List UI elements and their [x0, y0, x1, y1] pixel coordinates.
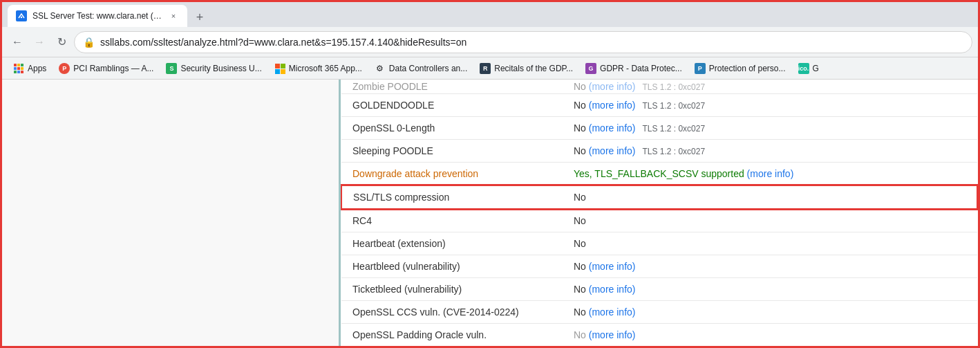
row-label: OpenSSL 0-Length: [341, 116, 563, 139]
row-value: No (more info) TLS 1.2 : 0xc027: [563, 116, 977, 139]
more-info-link[interactable]: (more info): [589, 306, 636, 318]
recitals-favicon: R: [480, 63, 491, 74]
row-value: Yes, TLS_FALLBACK_SCSV supported (more i…: [563, 162, 977, 185]
bookmark-recitals[interactable]: R Recitals of the GDP...: [474, 61, 578, 76]
lock-icon: 🔒: [83, 37, 95, 48]
main-content: Zombie POODLE No (more info) TLS 1.2 : 0…: [2, 80, 978, 346]
bookmarks-bar: Apps P PCI Ramblings — A... S Security B…: [2, 57, 978, 80]
bookmark-data-ctrl-label: Data Controllers an...: [389, 64, 467, 73]
svg-rect-7: [21, 67, 23, 70]
nav-bar: ← → ↻ 🔒 ssllabs.com/ssltest/analyze.html…: [2, 27, 978, 57]
table-row: Zombie POODLE No (more info) TLS 1.2 : 0…: [341, 80, 977, 93]
tab-title: SSL Server Test: www.clara.net (P...: [32, 11, 162, 21]
svg-rect-11: [275, 64, 280, 68]
tab-close-button[interactable]: ×: [168, 10, 179, 21]
row-label: OpenSSL CCS vuln. (CVE-2014-0224): [341, 300, 563, 323]
row-label: Heartbeat (extension): [341, 232, 563, 255]
tab-favicon: [16, 10, 27, 21]
pci-favicon: P: [59, 63, 70, 74]
row-value: No (more info): [563, 300, 977, 323]
bookmark-apps-label: Apps: [28, 64, 46, 73]
more-info-link[interactable]: (more info): [589, 100, 636, 111]
address-url: ssllabs.com/ssltest/analyze.html?d=www.c…: [100, 37, 467, 48]
table-row: RC4 No: [341, 209, 977, 232]
svg-rect-9: [17, 71, 20, 73]
svg-rect-3: [17, 64, 20, 66]
row-label: Zombie POODLE: [341, 80, 563, 93]
bookmark-microsoft[interactable]: Microsoft 365 App...: [269, 61, 368, 76]
table-row: OpenSSL 0-Length No (more info) TLS 1.2 …: [341, 116, 977, 139]
more-info-link[interactable]: (more info): [747, 168, 794, 179]
new-tab-button[interactable]: +: [190, 8, 209, 27]
more-info-link[interactable]: (more info): [589, 81, 636, 92]
row-value: No (more info): [563, 323, 977, 346]
table-row: OpenSSL Padding Oracle vuln. No (more in…: [341, 323, 977, 346]
svg-rect-8: [14, 71, 17, 73]
tab-bar: SSL Server Test: www.clara.net (P... × +: [2, 2, 978, 27]
svg-rect-5: [14, 67, 17, 70]
row-label: OpenSSL Padding Oracle vuln.: [341, 323, 563, 346]
svg-rect-2: [14, 64, 17, 66]
bookmark-protection[interactable]: P Protection of perso...: [689, 61, 791, 76]
bookmark-pci[interactable]: P PCI Ramblings — A...: [53, 61, 159, 76]
table-row: Heartbleed (vulnerability) No (more info…: [341, 255, 977, 277]
row-label: Heartbleed (vulnerability): [341, 255, 563, 277]
row-value: No (more info): [563, 255, 977, 277]
apps-grid-icon: [13, 63, 24, 74]
active-tab[interactable]: SSL Server Test: www.clara.net (P... ×: [8, 5, 187, 27]
forward-button[interactable]: →: [30, 33, 49, 52]
gdpr-favicon: G: [585, 63, 596, 74]
more-info-link[interactable]: (more info): [589, 122, 636, 134]
row-value: No: [563, 185, 977, 209]
svg-rect-14: [281, 69, 285, 74]
svg-rect-12: [281, 64, 285, 68]
row-label: Sleeping POODLE: [341, 139, 563, 162]
row-label: RC4: [341, 209, 563, 232]
more-info-link[interactable]: (more info): [589, 145, 636, 156]
vulnerability-table: Zombie POODLE No (more info) TLS 1.2 : 0…: [341, 80, 978, 346]
svg-rect-13: [275, 69, 280, 74]
row-value: No: [563, 232, 977, 255]
data-ctrl-favicon: ⚙: [375, 63, 386, 74]
table-row-ssl-tls: SSL/TLS compression No: [341, 185, 977, 209]
bookmark-data-ctrl[interactable]: ⚙ Data Controllers an...: [369, 61, 473, 76]
address-bar[interactable]: 🔒 ssllabs.com/ssltest/analyze.html?d=www…: [74, 31, 972, 53]
row-value: No (more info) TLS 1.2 : 0xc027: [563, 139, 977, 162]
bookmark-security-label: Security Business U...: [180, 64, 261, 73]
bookmark-apps[interactable]: Apps: [8, 61, 52, 76]
table-row: Ticketbleed (vulnerability) No (more inf…: [341, 277, 977, 300]
back-button[interactable]: ←: [8, 33, 27, 52]
table-row: GOLDENDOODLE No (more info) TLS 1.2 : 0x…: [341, 93, 977, 116]
more-info-link[interactable]: (more info): [589, 329, 636, 340]
table-row: OpenSSL CCS vuln. (CVE-2014-0224) No (mo…: [341, 300, 977, 323]
bookmark-gdpr[interactable]: G GDPR - Data Protec...: [580, 61, 688, 76]
microsoft-favicon: [274, 63, 285, 74]
browser-chrome: SSL Server Test: www.clara.net (P... × +…: [2, 2, 978, 80]
bookmark-ico-label: G: [813, 64, 819, 73]
row-label: Downgrade attack prevention: [341, 162, 563, 185]
table-row: Sleeping POODLE No (more info) TLS 1.2 :…: [341, 139, 977, 162]
table-row-downgrade: Downgrade attack prevention Yes, TLS_FAL…: [341, 162, 977, 185]
protection-favicon: P: [695, 63, 706, 74]
row-label: SSL/TLS compression: [341, 185, 563, 209]
svg-point-1: [21, 17, 22, 18]
svg-rect-6: [17, 67, 20, 70]
svg-rect-10: [21, 71, 23, 73]
bookmark-security[interactable]: S Security Business U...: [160, 61, 267, 76]
more-info-link[interactable]: (more info): [589, 261, 636, 272]
more-info-link[interactable]: (more info): [589, 284, 636, 295]
svg-rect-4: [21, 64, 23, 66]
ico-favicon: ico.: [798, 63, 809, 74]
bookmark-ico[interactable]: ico. G: [793, 61, 824, 76]
row-value: No (more info) TLS 1.2 : 0xc027: [563, 93, 977, 116]
row-label: Ticketbleed (vulnerability): [341, 277, 563, 300]
bookmark-protection-label: Protection of perso...: [709, 64, 786, 73]
bookmark-pci-label: PCI Ramblings — A...: [73, 64, 153, 73]
reload-button[interactable]: ↻: [52, 33, 71, 52]
table-row: Heartbeat (extension) No: [341, 232, 977, 255]
bookmark-microsoft-label: Microsoft 365 App...: [289, 64, 362, 73]
left-panel: [2, 80, 341, 346]
svg-rect-0: [17, 11, 26, 21]
row-value: No (more info) TLS 1.2 : 0xc027: [563, 80, 977, 93]
row-value: No: [563, 209, 977, 232]
